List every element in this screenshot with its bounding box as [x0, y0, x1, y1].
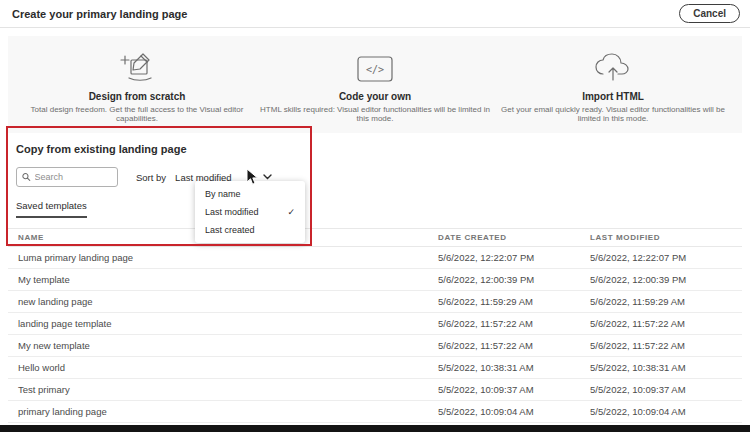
- sort-dropdown-menu: By nameLast modified✓Last created: [195, 181, 305, 243]
- copy-section-title: Copy from existing landing page: [16, 143, 742, 155]
- table-cell: Luma primary landing page: [18, 252, 438, 263]
- option-description: Get your email quickly ready. Visual edi…: [494, 105, 732, 123]
- option-description: Total design freedom. Get the full acces…: [18, 105, 256, 123]
- table-cell: Hello world: [18, 362, 438, 373]
- table-body: Luma primary landing page5/6/2022, 12:22…: [8, 247, 742, 432]
- option-design-from-scratch[interactable]: Design from scratch Total design freedom…: [18, 48, 256, 123]
- tab-saved-templates[interactable]: Saved templates: [16, 200, 87, 218]
- table-cell: 5/6/2022, 12:00:39 PM: [590, 274, 742, 285]
- table-row[interactable]: Test primary5/5/2022, 10:09:37 AM5/5/202…: [8, 379, 742, 401]
- table-cell: new landing page: [18, 296, 438, 307]
- bottom-bar: [0, 425, 750, 432]
- dropdown-item[interactable]: Last modified✓: [195, 203, 305, 221]
- table-cell: 5/5/2022, 10:09:04 AM: [590, 406, 742, 417]
- table-row[interactable]: My new template5/6/2022, 11:57:22 AM5/6/…: [8, 335, 742, 357]
- svg-text:</>: </>: [366, 64, 384, 75]
- option-title: Code your own: [256, 91, 494, 102]
- search-box[interactable]: [16, 167, 118, 187]
- table-cell: 5/5/2022, 10:09:37 AM: [590, 384, 742, 395]
- table-row[interactable]: Hello world5/5/2022, 10:38:31 AM5/5/2022…: [8, 357, 742, 379]
- option-import-html[interactable]: Import HTML Get your email quickly ready…: [494, 48, 732, 123]
- checkmark-icon: ✓: [287, 207, 295, 217]
- option-title: Design from scratch: [18, 91, 256, 102]
- table-cell: 5/6/2022, 12:00:39 PM: [438, 274, 590, 285]
- column-header: DATE CREATED: [438, 233, 590, 242]
- copy-from-existing-section: Copy from existing landing page Sort by …: [8, 143, 742, 432]
- dropdown-item[interactable]: By name: [195, 185, 305, 203]
- column-header: LAST MODIFIED: [590, 233, 742, 242]
- option-title: Import HTML: [494, 91, 732, 102]
- import-html-icon: [494, 48, 732, 84]
- dropdown-item-label: Last created: [205, 225, 255, 235]
- table-cell: 5/5/2022, 10:38:31 AM: [438, 362, 590, 373]
- table-row[interactable]: new landing page5/6/2022, 11:59:29 AM5/6…: [8, 291, 742, 313]
- creation-options-panel: Design from scratch Total design freedom…: [8, 36, 742, 133]
- create-landing-page-screen: Create your primary landing page Cancel …: [0, 0, 750, 432]
- table-row[interactable]: landing page template5/6/2022, 11:57:22 …: [8, 313, 742, 335]
- top-bar: Create your primary landing page Cancel: [0, 0, 750, 28]
- option-description: HTML skills required: Visual editor func…: [256, 105, 494, 123]
- dropdown-item[interactable]: Last created: [195, 221, 305, 239]
- table-cell: 5/6/2022, 11:57:22 AM: [438, 318, 590, 329]
- table-cell: 5/6/2022, 11:57:22 AM: [590, 318, 742, 329]
- dropdown-item-label: By name: [205, 189, 241, 199]
- table-cell: My new template: [18, 340, 438, 351]
- page-title: Create your primary landing page: [12, 8, 187, 20]
- chevron-down-icon[interactable]: [263, 174, 272, 180]
- templates-table: NAMEDATE CREATEDLAST MODIFIED Luma prima…: [8, 228, 742, 432]
- table-cell: landing page template: [18, 318, 438, 329]
- table-row[interactable]: primary landing page5/5/2022, 10:09:04 A…: [8, 401, 742, 423]
- table-cell: 5/6/2022, 11:57:22 AM: [590, 340, 742, 351]
- option-code-your-own[interactable]: </> Code your own HTML skills required: …: [256, 48, 494, 123]
- controls-row: Sort by Last modified: [16, 167, 742, 187]
- search-icon: [22, 172, 31, 182]
- table-row[interactable]: My template5/6/2022, 12:00:39 PM5/6/2022…: [8, 269, 742, 291]
- table-row[interactable]: Luma primary landing page5/6/2022, 12:22…: [8, 247, 742, 269]
- table-header-row: NAMEDATE CREATEDLAST MODIFIED: [8, 228, 742, 247]
- table-cell: 5/5/2022, 10:38:31 AM: [590, 362, 742, 373]
- code-your-own-icon: </>: [256, 48, 494, 84]
- table-cell: 5/6/2022, 12:22:07 PM: [590, 252, 742, 263]
- search-input[interactable]: [35, 172, 112, 182]
- table-cell: primary landing page: [18, 406, 438, 417]
- table-cell: 5/5/2022, 10:09:04 AM: [438, 406, 590, 417]
- table-cell: 5/6/2022, 12:22:07 PM: [438, 252, 590, 263]
- table-cell: 5/6/2022, 11:57:22 AM: [438, 340, 590, 351]
- table-cell: My template: [18, 274, 438, 285]
- table-cell: Test primary: [18, 384, 438, 395]
- table-cell: 5/6/2022, 11:59:29 AM: [438, 296, 590, 307]
- sort-by-label: Sort by: [136, 172, 166, 183]
- cancel-button[interactable]: Cancel: [679, 4, 740, 23]
- table-cell: 5/6/2022, 11:59:29 AM: [590, 296, 742, 307]
- dropdown-item-label: Last modified: [205, 207, 259, 217]
- table-cell: 5/5/2022, 10:09:37 AM: [438, 384, 590, 395]
- design-from-scratch-icon: [18, 48, 256, 84]
